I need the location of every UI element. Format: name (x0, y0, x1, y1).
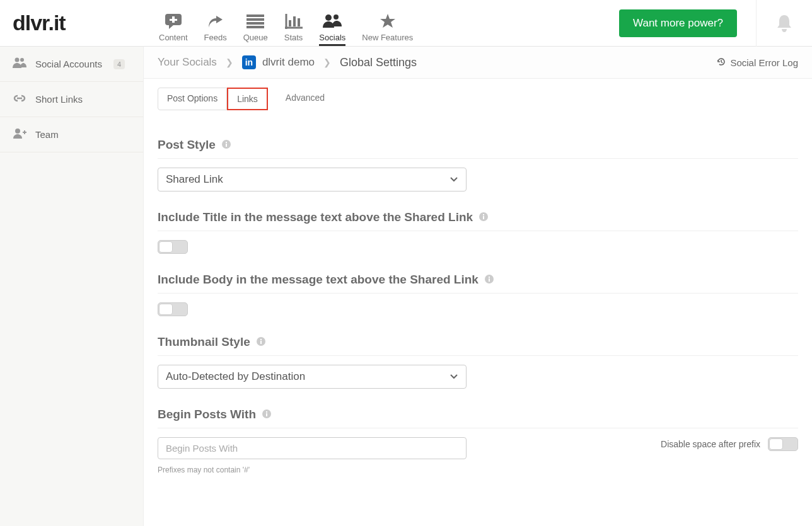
svg-rect-7 (246, 26, 264, 28)
info-icon[interactable] (262, 408, 271, 421)
divider (158, 293, 798, 294)
section-title-include-body: Include Body in the message text above t… (158, 273, 478, 287)
sidebar-item-social-accounts[interactable]: Social Accounts 4 (0, 47, 143, 82)
toggle-knob (769, 438, 783, 450)
sidebar-item-short-links[interactable]: Short Links (0, 82, 143, 117)
plus-bubble-icon (165, 13, 182, 30)
nav-new-features-label: New Features (362, 33, 413, 42)
sidebar-badge: 4 (113, 59, 125, 69)
link-icon (13, 93, 26, 106)
svg-rect-28 (483, 216, 484, 219)
svg-rect-37 (266, 413, 267, 416)
svg-point-16 (15, 58, 20, 62)
svg-rect-26 (226, 142, 227, 143)
svg-rect-3 (170, 19, 177, 21)
share-arrow-icon (207, 13, 224, 30)
tab-post-options[interactable]: Post Options (158, 88, 227, 110)
nav-new-features[interactable]: New Features (362, 13, 413, 46)
nav-content-label: Content (159, 33, 188, 42)
section-title-thumbnail-style: Thumbnail Style (158, 335, 250, 349)
svg-rect-35 (260, 339, 262, 340)
svg-rect-12 (298, 18, 300, 26)
bell-icon[interactable] (775, 14, 793, 33)
info-icon[interactable] (485, 273, 494, 287)
divider (158, 355, 798, 356)
social-error-log-link[interactable]: Social Error Log (716, 57, 798, 69)
top-nav: Content Feeds Queue Stats Socials (144, 0, 413, 46)
group-icon (13, 57, 26, 71)
user-plus-icon (13, 128, 26, 141)
thumbnail-style-select[interactable]: Auto-Detected by Destination (158, 365, 467, 389)
logo: dlvr.it (13, 11, 66, 35)
begin-posts-with-input[interactable] (158, 437, 467, 459)
history-icon (716, 57, 726, 69)
tabs: Post Options Links Advanced (144, 79, 812, 110)
nav-socials[interactable]: Socials (319, 13, 345, 46)
cta-button[interactable]: Want more power? (619, 9, 737, 37)
nav-queue[interactable]: Queue (243, 13, 268, 46)
svg-rect-6 (246, 22, 264, 25)
nav-queue-label: Queue (243, 33, 268, 42)
nav-stats[interactable]: Stats (284, 13, 303, 46)
bar-chart-icon (285, 13, 303, 30)
crumb-current: Global Settings (340, 56, 417, 69)
nav-socials-label: Socials (319, 33, 345, 42)
sidebar-item-team[interactable]: Team (0, 117, 143, 152)
nav-feeds-label: Feeds (204, 33, 227, 42)
group-icon (323, 13, 342, 30)
svg-point-13 (325, 14, 332, 21)
toggle-knob (159, 304, 173, 315)
svg-rect-31 (489, 278, 490, 282)
breadcrumb: Your Socials ❯ in dlvrit demo ❯ Global S… (144, 47, 812, 79)
nav-feeds[interactable]: Feeds (204, 13, 227, 46)
tab-advanced[interactable]: Advanced (277, 88, 334, 110)
crumb-account-label: dlvrit demo (262, 56, 315, 69)
helper-text: Prefixes may not contain '#' (158, 466, 467, 474)
disable-space-toggle[interactable] (768, 437, 798, 451)
select-value: Auto-Detected by Destination (166, 370, 305, 383)
divider (158, 231, 798, 231)
tab-links[interactable]: Links (227, 88, 268, 110)
svg-line-23 (721, 62, 722, 63)
svg-rect-29 (483, 214, 484, 215)
linkedin-icon: in (242, 55, 256, 69)
star-icon (380, 13, 396, 30)
post-style-select[interactable]: Shared Link (158, 168, 467, 192)
info-icon[interactable] (257, 335, 265, 349)
disable-space-label: Disable space after prefix (661, 439, 760, 449)
sidebar-item-label: Short Links (35, 94, 83, 105)
toggle-knob (159, 241, 173, 253)
section-title-begin-with: Begin Posts With (158, 408, 256, 421)
chevron-down-icon (450, 370, 458, 383)
divider (756, 0, 757, 47)
info-icon[interactable] (222, 138, 231, 152)
svg-rect-11 (293, 16, 296, 26)
section-title-include-title: Include Title in the message text above … (158, 210, 473, 224)
divider (158, 158, 798, 159)
chevron-right-icon: ❯ (323, 57, 331, 67)
chevron-right-icon: ❯ (226, 57, 233, 67)
info-icon[interactable] (479, 210, 488, 224)
svg-rect-10 (289, 20, 291, 26)
include-title-toggle[interactable] (158, 240, 188, 254)
svg-rect-34 (260, 341, 262, 344)
crumb-account[interactable]: in dlvrit demo (242, 55, 315, 69)
svg-rect-32 (489, 277, 490, 278)
sidebar: Social Accounts 4 Short Links Team (0, 47, 144, 526)
svg-point-17 (20, 58, 24, 62)
nav-content[interactable]: Content (159, 13, 188, 46)
nav-stats-label: Stats (284, 33, 303, 42)
list-icon (246, 13, 264, 30)
section-title-post-style: Post Style (158, 138, 216, 152)
sidebar-item-label: Social Accounts (35, 59, 102, 69)
select-value: Shared Link (166, 173, 223, 186)
chevron-down-icon (450, 173, 458, 186)
include-body-toggle[interactable] (158, 302, 188, 316)
divider (158, 428, 798, 428)
sidebar-item-label: Team (35, 129, 59, 140)
svg-rect-38 (266, 411, 267, 413)
svg-rect-21 (24, 130, 25, 134)
error-log-label: Social Error Log (730, 57, 798, 68)
crumb-root[interactable]: Your Socials (158, 56, 217, 69)
svg-marker-1 (169, 25, 174, 29)
